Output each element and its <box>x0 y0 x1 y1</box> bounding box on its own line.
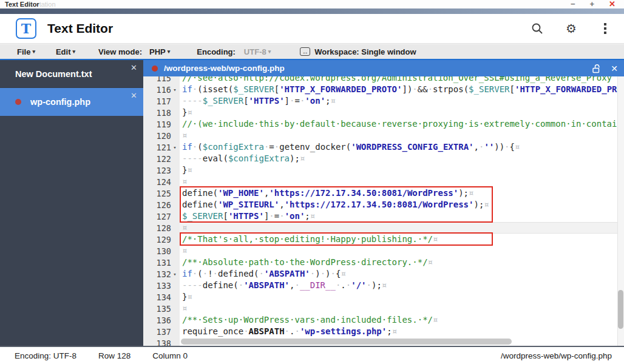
workspace-label: Workspace: Single window <box>314 47 416 56</box>
settings-gear-icon[interactable]: ⚙ <box>563 21 579 36</box>
menu-bar: File▾ Edit▾ View mode: PHP▾ Encoding: UT… <box>0 44 624 59</box>
line-number: 135 <box>143 303 180 314</box>
code-line[interactable]: 120¤ <box>143 130 624 141</box>
fold-arrow-icon[interactable]: ▾ <box>171 87 178 93</box>
chevron-down-icon: ▾ <box>168 49 171 55</box>
line-number: 122 <box>143 153 180 164</box>
editor-pane: /wordpress-web/wp-config.php ✕ 115//·see… <box>143 60 624 346</box>
line-number: 115 <box>143 76 180 84</box>
window-top-strip <box>0 8 624 14</box>
line-number: 127 <box>143 211 180 222</box>
code-lines: 115//·see·also·http://codex.wordpress.or… <box>143 76 624 346</box>
line-number: 138 <box>143 337 180 346</box>
line-number: 131 <box>143 257 180 268</box>
tab-label: New Document.txt <box>15 69 92 79</box>
window-title: Text Editor <box>5 1 39 8</box>
search-icon[interactable] <box>529 21 545 36</box>
unlock-icon[interactable] <box>592 64 602 73</box>
modified-dot-icon <box>152 66 158 72</box>
file-menu[interactable]: File▾ <box>17 47 35 56</box>
code-line[interactable]: 115//·see·also·http://codex.wordpress.or… <box>143 76 624 84</box>
line-number: 123 <box>143 164 180 176</box>
view-mode-select[interactable]: PHP▾ <box>149 47 170 56</box>
file-path-bar: /wordpress-web/wp-config.php ✕ <box>143 60 624 76</box>
os-titlebar: Text Editortation − + ✕ <box>0 0 624 8</box>
line-number: 126 <box>143 199 180 211</box>
fold-arrow-icon[interactable]: ▾ <box>171 271 178 277</box>
line-number: 136 <box>143 314 180 326</box>
code-line[interactable]: 126define('WP_SITEURL','https://172.17.3… <box>143 199 624 211</box>
open-files-sidebar: New Document.txt ✕ wp-config.php ✕ <box>0 60 143 346</box>
close-window-icon[interactable]: ✕ <box>609 0 616 8</box>
line-number: 133 <box>143 280 180 291</box>
code-line[interactable]: 135¤ <box>143 303 624 314</box>
vertical-scrollbar[interactable] <box>617 76 624 346</box>
app-header: T Text Editor ⚙ <box>0 14 624 44</box>
window-title-ghost: tation <box>39 1 56 8</box>
code-line[interactable]: 136/**·Sets·up·WordPress·vars·and·includ… <box>143 314 624 326</box>
line-number: 132▾ <box>143 268 180 280</box>
app-title: Text Editor <box>47 21 113 36</box>
sidebar-item-new-document[interactable]: New Document.txt ✕ <box>0 60 143 88</box>
code-line[interactable]: 127$_SERVER['HTTPS']·=·'on';¤ <box>143 211 624 222</box>
code-line[interactable]: 118}¤ <box>143 107 624 118</box>
tab-label: wp-config.php <box>30 97 90 107</box>
line-number: 124 <box>143 176 180 187</box>
code-line[interactable]: 119//·(we·include·this·by·default·becaus… <box>143 118 624 130</box>
code-line[interactable]: 137require_once·ABSPATH·.·'wp-settings.p… <box>143 326 624 337</box>
code-line[interactable]: 123}¤ <box>143 164 624 176</box>
status-bar: Encoding: UTF-8 Row 128 Column 0 /wordpr… <box>0 346 624 364</box>
close-file-icon[interactable]: ✕ <box>611 64 618 73</box>
code-line[interactable]: 133----define(·'ABSPATH',·__DIR__·.·'/'·… <box>143 280 624 291</box>
horizontal-scrollbar-thumb[interactable] <box>181 339 512 345</box>
code-line[interactable]: 130¤ <box>143 245 624 257</box>
workspace-icon: ↔ <box>300 47 310 56</box>
overflow-menu-icon[interactable] <box>597 21 613 36</box>
fold-arrow-icon[interactable]: ▾ <box>171 144 178 150</box>
code-line[interactable]: 122----eval($configExtra);¤ <box>143 153 624 164</box>
code-line[interactable]: 131/**·Absolute·path·to·the·WordPress·di… <box>143 257 624 268</box>
line-number: 129 <box>143 234 180 245</box>
code-editor[interactable]: 115//·see·also·http://codex.wordpress.or… <box>143 76 624 346</box>
code-line[interactable]: 128¤ <box>143 222 624 234</box>
maximize-icon[interactable]: + <box>590 0 595 8</box>
code-line[interactable]: 134}¤ <box>143 291 624 303</box>
line-number: 120 <box>143 130 180 141</box>
status-encoding: Encoding: UTF-8 <box>15 351 76 360</box>
code-line[interactable]: 125define('WP_HOME','https://172.17.34.5… <box>143 187 624 199</box>
code-line[interactable]: 124¤ <box>143 176 624 187</box>
line-number: 134 <box>143 291 180 303</box>
status-column: Column 0 <box>152 351 188 360</box>
code-line[interactable]: 121▾if·($configExtra·=·getenv_docker('WO… <box>143 141 624 153</box>
line-number: 121▾ <box>143 141 180 153</box>
file-path: /wordpress-web/wp-config.php <box>164 64 583 73</box>
line-number: 118 <box>143 107 180 118</box>
code-line[interactable]: 132▾if·(·!·defined(·'ABSPATH'·)·)·{¤ <box>143 268 624 280</box>
chevron-down-icon: ▾ <box>73 49 76 55</box>
app-logo: T <box>16 18 36 39</box>
line-number: 137 <box>143 326 180 337</box>
code-line[interactable]: 117----$_SERVER['HTTPS']·=·'on';¤ <box>143 95 624 107</box>
line-number: 125 <box>143 187 180 199</box>
chevron-down-icon: ▾ <box>268 49 271 55</box>
line-number: 116▾ <box>143 84 180 95</box>
modified-dot-icon <box>15 99 21 105</box>
encoding-label: Encoding: <box>197 47 236 56</box>
close-tab-icon[interactable]: ✕ <box>131 63 137 72</box>
code-line[interactable]: 129/*·That's·all,·stop·editing!·Happy·pu… <box>143 234 624 245</box>
line-number: 128 <box>143 222 180 234</box>
close-tab-icon[interactable]: ✕ <box>131 91 137 100</box>
sidebar-item-wp-config[interactable]: wp-config.php ✕ <box>0 88 143 116</box>
line-number: 130 <box>143 245 180 257</box>
view-mode-label: View mode: <box>98 47 142 56</box>
line-number: 119 <box>143 118 180 130</box>
code-line[interactable]: 116▾if·(isset($_SERVER['HTTP_X_FORWARDED… <box>143 84 624 95</box>
minimize-icon[interactable]: − <box>571 0 575 8</box>
chevron-down-icon: ▾ <box>32 49 35 55</box>
vertical-scrollbar-thumb[interactable] <box>618 290 623 329</box>
status-row: Row 128 <box>98 351 131 360</box>
status-file-path: /wordpress-web/wp-config.php <box>501 351 612 360</box>
encoding-select[interactable]: UTF-8▾ <box>244 47 271 56</box>
line-number: 117 <box>143 95 180 107</box>
edit-menu[interactable]: Edit▾ <box>56 47 75 56</box>
